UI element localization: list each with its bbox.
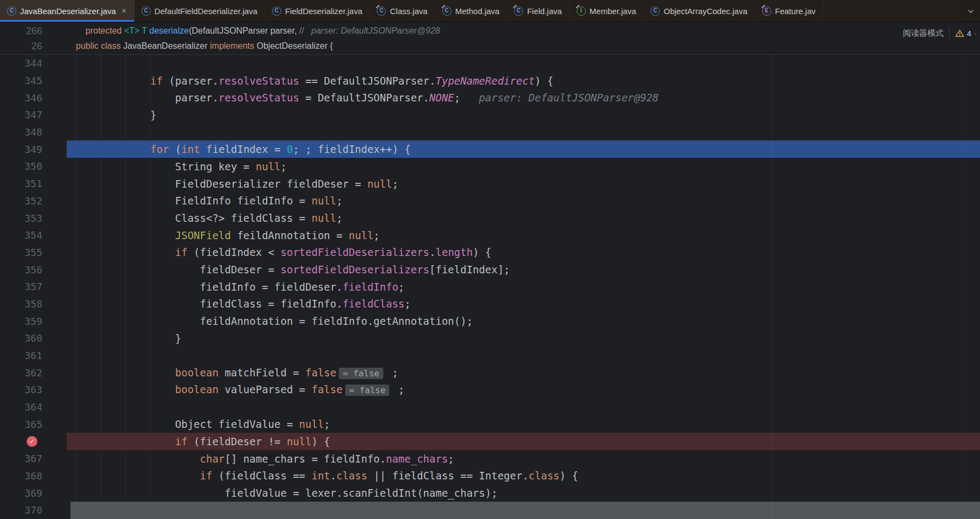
class-icon: C — [141, 7, 151, 16]
code-line-351[interactable]: 351 FieldDeserializer fieldDeser = null; — [0, 175, 980, 193]
code-text: if (fieldDeser != null) { — [67, 435, 330, 447]
code-text: fieldValue = lexer.scanFieldInt(name_cha… — [67, 487, 498, 499]
reader-mode-button[interactable]: 阅读器模式 — [903, 28, 944, 39]
code-area: 344345 if (parser.resolveStatus == Defau… — [0, 55, 980, 519]
code-line-355[interactable]: 355 if (fieldIndex < sortedFieldDeserial… — [0, 244, 980, 261]
gutter-cell: 369 — [0, 488, 67, 499]
class-icon: C — [442, 7, 452, 16]
scrollbar-track-edge — [966, 55, 966, 519]
gutter-cell: 348 — [0, 126, 67, 138]
tab-defaultfielddeserializer[interactable]: CDefaultFieldDeserializer.java — [134, 0, 265, 22]
code-text: } — [67, 332, 181, 344]
code-line-353[interactable]: 353 Class<?> fieldClass = null; — [0, 209, 980, 227]
tab-class[interactable]: CClass.java — [370, 0, 435, 22]
gutter-cell: 367 — [0, 453, 67, 464]
gutter-cell: 26 — [0, 41, 67, 52]
code-line-347[interactable]: 347 } — [0, 106, 980, 124]
external-library-decorator — [376, 4, 380, 8]
field-ref: fieldInfo — [343, 281, 398, 293]
code-text: fieldInfo = fieldDeser.fieldInfo; — [67, 281, 404, 293]
tab-label: Field.java — [527, 7, 562, 16]
warning-count: 4 — [967, 29, 971, 38]
code-line-356[interactable]: 356 fieldDeser = sortedFieldDeserializer… — [0, 261, 980, 278]
code-line-365[interactable]: 365 Object fieldValue = null; — [0, 415, 980, 433]
code-text: boolean matchField = false= false ; — [67, 367, 398, 379]
tab-field[interactable]: CField.java — [507, 0, 569, 22]
enum-icon: E — [762, 7, 771, 16]
line-number: 357 — [24, 281, 42, 292]
code-line-370[interactable]: 370 — [0, 502, 980, 519]
code-line-367[interactable]: 367 char[] name_chars = fieldInfo.name_c… — [0, 450, 980, 467]
code-line-359[interactable]: 359 feildAnnotation = fieldInfo.getAnnot… — [0, 312, 980, 330]
line-number: 349 — [24, 144, 42, 155]
gutter-cell: 360 — [0, 332, 67, 344]
keyword: if — [150, 75, 163, 87]
code-line-363[interactable]: 363 boolean valueParsed = false= false ; — [0, 381, 980, 399]
line-number: 364 — [24, 401, 42, 413]
code-line-352[interactable]: 352 FieldInfo fieldInfo = null; — [0, 193, 980, 210]
code-line-349[interactable]: 349 for (int fieldIndex = 0; ; fieldInde… — [0, 140, 980, 158]
line-number: 355 — [24, 247, 42, 258]
code-line-361[interactable]: 361 — [0, 347, 980, 364]
code-line-345[interactable]: 345 if (parser.resolveStatus == DefaultJ… — [0, 72, 980, 89]
gutter-cell: 351 — [0, 178, 67, 189]
code-line-366[interactable]: if (fieldDeser != null) { — [0, 433, 980, 450]
hidden-tabs-button[interactable] — [962, 0, 980, 22]
tab-label: JavaBeanDeserializer.java — [20, 7, 116, 16]
keyword: if — [175, 246, 188, 258]
code-line-266[interactable]: 266 protected <T> T deserialze(DefaultJS… — [0, 23, 980, 39]
line-number: 362 — [24, 367, 42, 379]
code-line-348[interactable]: 348 — [0, 124, 980, 141]
line-number: 344 — [24, 57, 42, 69]
code-text: Object fieldValue = null; — [67, 418, 330, 430]
keyword: class — [528, 470, 559, 482]
line-number: 26 — [31, 41, 42, 52]
gutter-cell: 368 — [0, 470, 67, 482]
tab-objectarraycodec[interactable]: CObjectArrayCodec.java — [643, 0, 755, 22]
code-line-346[interactable]: 346 parser.resolveStatus = DefaultJSONPa… — [0, 89, 980, 106]
tab-member[interactable]: IMember.java — [570, 0, 644, 22]
tab-feature[interactable]: EFeature.jav — [755, 0, 823, 22]
keyword: char — [200, 453, 225, 465]
code-text: Class<?> fieldClass = null; — [67, 212, 343, 224]
keyword: null — [312, 195, 337, 207]
code-line-354[interactable]: 354 JSONField feildAnnotation = null; — [0, 227, 980, 244]
code-text: if (fieldIndex < sortedFieldDeserializer… — [67, 246, 491, 258]
chevron-down-icon — [968, 9, 974, 14]
tab-label: Method.java — [455, 7, 500, 16]
code-line-364[interactable]: 364 — [0, 399, 980, 416]
code-line-26[interactable]: 26public class JavaBeanDeserializer impl… — [0, 39, 980, 54]
tab-label: DefaultFieldDeserializer.java — [154, 7, 257, 16]
tab-fielddeserializer[interactable]: CFieldDeserializer.java — [265, 0, 370, 22]
editor-header-widget: 阅读器模式 4 - — [903, 27, 977, 40]
warning-icon — [955, 29, 964, 37]
code-text: fieldDeser = sortedFieldDeserializers[fi… — [67, 264, 510, 275]
gutter-cell: 357 — [0, 281, 67, 292]
code-text: String key = null; — [67, 161, 287, 172]
field-ref: sortedFieldDeserializers — [281, 264, 430, 275]
line-number: 360 — [24, 332, 42, 344]
close-icon[interactable]: ✕ — [121, 7, 127, 15]
code-text: parser.resolveStatus = DefaultJSONParser… — [67, 92, 659, 104]
comment: // — [299, 26, 306, 35]
breakpoint-icon[interactable] — [27, 436, 37, 447]
tab-method[interactable]: CMethod.java — [435, 0, 507, 22]
keyword: null — [312, 212, 337, 224]
code-line-344[interactable]: 344 — [0, 55, 980, 72]
method-name: deserialze — [150, 26, 189, 35]
code-line-350[interactable]: 350 String key = null; — [0, 158, 980, 175]
tab-label: ObjectArrayCodec.java — [663, 7, 747, 16]
code-line-357[interactable]: 357 fieldInfo = fieldDeser.fieldInfo; — [0, 278, 980, 296]
field-ref: sortedFieldDeserializers — [281, 246, 430, 258]
code-line-369[interactable]: 369 fieldValue = lexer.scanFieldInt(name… — [0, 484, 980, 502]
code-line-368[interactable]: 368 if (fieldClass == int.class || field… — [0, 467, 980, 485]
field-ref: fieldClass — [343, 298, 404, 310]
line-number: 352 — [24, 195, 42, 207]
field-ref: name_chars — [386, 453, 448, 465]
code-line-362[interactable]: 362 boolean matchField = false= false ; — [0, 364, 980, 381]
tab-javabeandeserializer[interactable]: CJavaBeanDeserializer.java✕ — [0, 0, 134, 22]
inspections-widget[interactable]: 4 - — [955, 29, 977, 38]
code-line-358[interactable]: 358 fieldClass = fieldInfo.fieldClass; — [0, 296, 980, 313]
code-line-360[interactable]: 360 } — [0, 330, 980, 347]
gutter-cell: 344 — [0, 57, 67, 69]
